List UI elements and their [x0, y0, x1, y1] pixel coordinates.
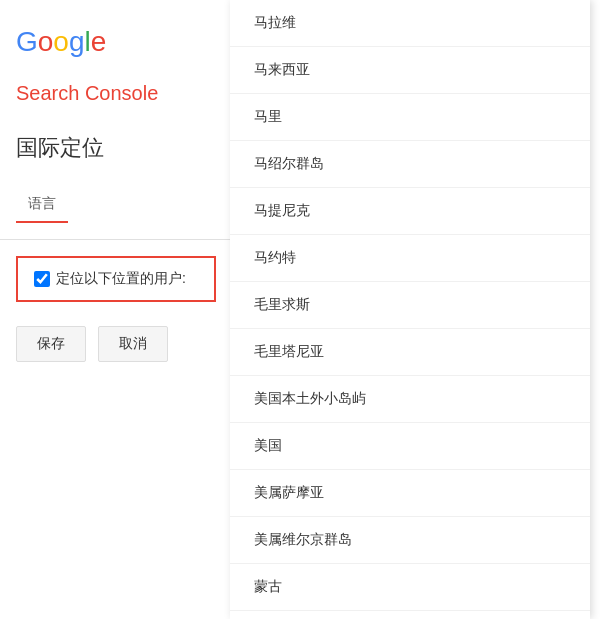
- checkbox-label: 定位以下位置的用户:: [56, 270, 186, 288]
- list-item[interactable]: 马绍尔群岛: [230, 141, 590, 188]
- tab-divider: [0, 239, 230, 240]
- logo-letter-o2: o: [53, 26, 69, 57]
- list-item[interactable]: 马来西亚: [230, 47, 590, 94]
- cancel-button[interactable]: 取消: [98, 326, 168, 362]
- list-item[interactable]: 毛里求斯: [230, 282, 590, 329]
- list-item[interactable]: 马约特: [230, 235, 590, 282]
- left-panel: Google Search Console 国际定位 语言 定位以下位置的用户:…: [0, 0, 230, 619]
- logo-letter-g: G: [16, 26, 38, 57]
- target-location-checkbox[interactable]: [34, 271, 50, 287]
- page-title: 国际定位: [0, 125, 230, 187]
- logo-letter-o1: o: [38, 26, 54, 57]
- logo-letter-g2: g: [69, 26, 85, 57]
- list-item[interactable]: 美属萨摩亚: [230, 470, 590, 517]
- button-row: 保存 取消: [0, 310, 230, 378]
- list-item[interactable]: 马提尼克: [230, 188, 590, 235]
- dropdown-panel[interactable]: 马拉维马来西亚马里马绍尔群岛马提尼克马约特毛里求斯毛里塔尼亚美国本土外小岛屿美国…: [230, 0, 590, 619]
- list-item[interactable]: 美国: [230, 423, 590, 470]
- list-item[interactable]: 蒙特塞拉特: [230, 611, 590, 619]
- list-item[interactable]: 美属维尔京群岛: [230, 517, 590, 564]
- list-item[interactable]: 蒙古: [230, 564, 590, 611]
- search-console-title: Search Console: [0, 74, 230, 125]
- list-item[interactable]: 毛里塔尼亚: [230, 329, 590, 376]
- list-item[interactable]: 马拉维: [230, 0, 590, 47]
- tab-container: 语言: [0, 187, 230, 223]
- save-button[interactable]: 保存: [16, 326, 86, 362]
- google-logo: Google: [0, 16, 230, 74]
- logo-letter-e: e: [91, 26, 107, 57]
- checkbox-section: 定位以下位置的用户:: [16, 256, 216, 302]
- list-item[interactable]: 马里: [230, 94, 590, 141]
- list-item[interactable]: 美国本土外小岛屿: [230, 376, 590, 423]
- tab-language[interactable]: 语言: [16, 187, 68, 223]
